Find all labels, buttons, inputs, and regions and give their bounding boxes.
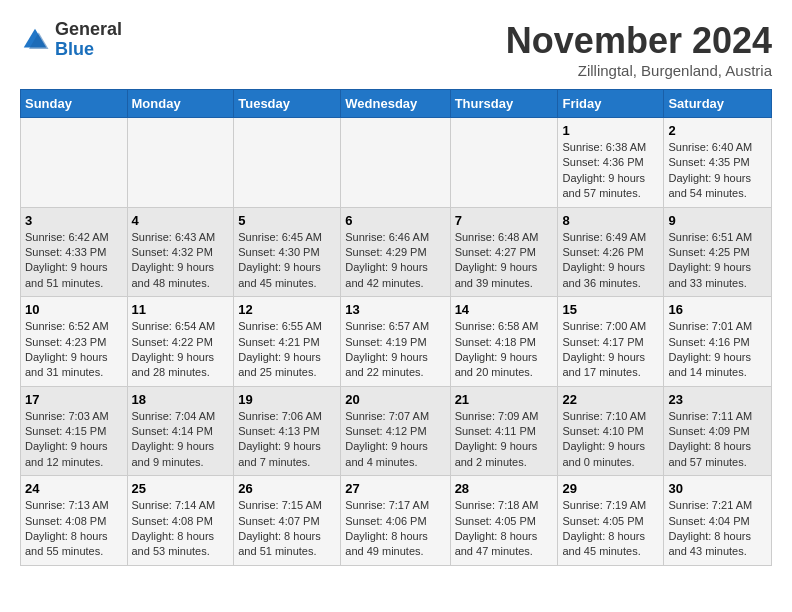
day-number: 16 [668,302,767,317]
day-number: 24 [25,481,123,496]
calendar-cell: 9Sunrise: 6:51 AM Sunset: 4:25 PM Daylig… [664,207,772,297]
column-header-sunday: Sunday [21,90,128,118]
calendar-cell: 2Sunrise: 6:40 AM Sunset: 4:35 PM Daylig… [664,118,772,208]
title-area: November 2024 Zillingtal, Burgenland, Au… [506,20,772,79]
calendar-cell: 7Sunrise: 6:48 AM Sunset: 4:27 PM Daylig… [450,207,558,297]
day-number: 19 [238,392,336,407]
day-number: 28 [455,481,554,496]
day-info: Sunrise: 6:51 AM Sunset: 4:25 PM Dayligh… [668,230,767,292]
calendar-cell: 17Sunrise: 7:03 AM Sunset: 4:15 PM Dayli… [21,386,128,476]
day-number: 26 [238,481,336,496]
day-number: 20 [345,392,445,407]
calendar-cell: 12Sunrise: 6:55 AM Sunset: 4:21 PM Dayli… [234,297,341,387]
day-info: Sunrise: 6:57 AM Sunset: 4:19 PM Dayligh… [345,319,445,381]
day-number: 25 [132,481,230,496]
day-number: 17 [25,392,123,407]
day-info: Sunrise: 7:21 AM Sunset: 4:04 PM Dayligh… [668,498,767,560]
calendar-cell [341,118,450,208]
calendar-table: SundayMondayTuesdayWednesdayThursdayFrid… [20,89,772,566]
day-number: 18 [132,392,230,407]
column-header-friday: Friday [558,90,664,118]
calendar-cell: 29Sunrise: 7:19 AM Sunset: 4:05 PM Dayli… [558,476,664,566]
day-info: Sunrise: 6:49 AM Sunset: 4:26 PM Dayligh… [562,230,659,292]
calendar-week-row: 24Sunrise: 7:13 AM Sunset: 4:08 PM Dayli… [21,476,772,566]
calendar-cell: 8Sunrise: 6:49 AM Sunset: 4:26 PM Daylig… [558,207,664,297]
day-info: Sunrise: 7:11 AM Sunset: 4:09 PM Dayligh… [668,409,767,471]
calendar-week-row: 17Sunrise: 7:03 AM Sunset: 4:15 PM Dayli… [21,386,772,476]
day-info: Sunrise: 6:38 AM Sunset: 4:36 PM Dayligh… [562,140,659,202]
calendar-cell: 24Sunrise: 7:13 AM Sunset: 4:08 PM Dayli… [21,476,128,566]
column-header-wednesday: Wednesday [341,90,450,118]
column-header-tuesday: Tuesday [234,90,341,118]
day-number: 12 [238,302,336,317]
calendar-cell [450,118,558,208]
calendar-cell: 30Sunrise: 7:21 AM Sunset: 4:04 PM Dayli… [664,476,772,566]
calendar-cell: 4Sunrise: 6:43 AM Sunset: 4:32 PM Daylig… [127,207,234,297]
day-info: Sunrise: 7:04 AM Sunset: 4:14 PM Dayligh… [132,409,230,471]
location: Zillingtal, Burgenland, Austria [506,62,772,79]
day-info: Sunrise: 7:00 AM Sunset: 4:17 PM Dayligh… [562,319,659,381]
day-number: 9 [668,213,767,228]
calendar-cell: 15Sunrise: 7:00 AM Sunset: 4:17 PM Dayli… [558,297,664,387]
calendar-cell: 16Sunrise: 7:01 AM Sunset: 4:16 PM Dayli… [664,297,772,387]
day-number: 4 [132,213,230,228]
calendar-week-row: 10Sunrise: 6:52 AM Sunset: 4:23 PM Dayli… [21,297,772,387]
calendar-week-row: 1Sunrise: 6:38 AM Sunset: 4:36 PM Daylig… [21,118,772,208]
day-info: Sunrise: 6:55 AM Sunset: 4:21 PM Dayligh… [238,319,336,381]
header: General Blue November 2024 Zillingtal, B… [20,20,772,79]
calendar-cell: 22Sunrise: 7:10 AM Sunset: 4:10 PM Dayli… [558,386,664,476]
day-info: Sunrise: 7:17 AM Sunset: 4:06 PM Dayligh… [345,498,445,560]
day-number: 11 [132,302,230,317]
calendar-week-row: 3Sunrise: 6:42 AM Sunset: 4:33 PM Daylig… [21,207,772,297]
day-info: Sunrise: 7:09 AM Sunset: 4:11 PM Dayligh… [455,409,554,471]
day-info: Sunrise: 6:42 AM Sunset: 4:33 PM Dayligh… [25,230,123,292]
calendar-cell: 1Sunrise: 6:38 AM Sunset: 4:36 PM Daylig… [558,118,664,208]
day-info: Sunrise: 7:01 AM Sunset: 4:16 PM Dayligh… [668,319,767,381]
day-info: Sunrise: 7:15 AM Sunset: 4:07 PM Dayligh… [238,498,336,560]
day-info: Sunrise: 6:54 AM Sunset: 4:22 PM Dayligh… [132,319,230,381]
calendar-cell: 6Sunrise: 6:46 AM Sunset: 4:29 PM Daylig… [341,207,450,297]
day-info: Sunrise: 6:40 AM Sunset: 4:35 PM Dayligh… [668,140,767,202]
day-info: Sunrise: 6:45 AM Sunset: 4:30 PM Dayligh… [238,230,336,292]
column-header-monday: Monday [127,90,234,118]
day-number: 23 [668,392,767,407]
day-number: 27 [345,481,445,496]
day-number: 22 [562,392,659,407]
calendar-cell [127,118,234,208]
calendar-cell [21,118,128,208]
calendar-cell: 25Sunrise: 7:14 AM Sunset: 4:08 PM Dayli… [127,476,234,566]
day-number: 8 [562,213,659,228]
day-info: Sunrise: 7:06 AM Sunset: 4:13 PM Dayligh… [238,409,336,471]
calendar-cell: 3Sunrise: 6:42 AM Sunset: 4:33 PM Daylig… [21,207,128,297]
calendar-cell: 19Sunrise: 7:06 AM Sunset: 4:13 PM Dayli… [234,386,341,476]
day-info: Sunrise: 6:43 AM Sunset: 4:32 PM Dayligh… [132,230,230,292]
day-number: 1 [562,123,659,138]
day-number: 14 [455,302,554,317]
calendar-cell: 5Sunrise: 6:45 AM Sunset: 4:30 PM Daylig… [234,207,341,297]
day-number: 15 [562,302,659,317]
logo: General Blue [20,20,122,60]
calendar-cell: 26Sunrise: 7:15 AM Sunset: 4:07 PM Dayli… [234,476,341,566]
day-info: Sunrise: 7:07 AM Sunset: 4:12 PM Dayligh… [345,409,445,471]
day-info: Sunrise: 7:19 AM Sunset: 4:05 PM Dayligh… [562,498,659,560]
day-info: Sunrise: 7:14 AM Sunset: 4:08 PM Dayligh… [132,498,230,560]
day-info: Sunrise: 6:48 AM Sunset: 4:27 PM Dayligh… [455,230,554,292]
day-number: 5 [238,213,336,228]
day-number: 3 [25,213,123,228]
calendar-cell: 10Sunrise: 6:52 AM Sunset: 4:23 PM Dayli… [21,297,128,387]
day-number: 13 [345,302,445,317]
day-number: 29 [562,481,659,496]
month-title: November 2024 [506,20,772,62]
calendar-cell: 28Sunrise: 7:18 AM Sunset: 4:05 PM Dayli… [450,476,558,566]
day-info: Sunrise: 7:10 AM Sunset: 4:10 PM Dayligh… [562,409,659,471]
day-info: Sunrise: 7:03 AM Sunset: 4:15 PM Dayligh… [25,409,123,471]
day-number: 2 [668,123,767,138]
column-header-saturday: Saturday [664,90,772,118]
calendar-cell: 20Sunrise: 7:07 AM Sunset: 4:12 PM Dayli… [341,386,450,476]
calendar-cell [234,118,341,208]
calendar-cell: 13Sunrise: 6:57 AM Sunset: 4:19 PM Dayli… [341,297,450,387]
calendar-cell: 14Sunrise: 6:58 AM Sunset: 4:18 PM Dayli… [450,297,558,387]
day-info: Sunrise: 6:46 AM Sunset: 4:29 PM Dayligh… [345,230,445,292]
logo-blue-text: Blue [55,40,122,60]
calendar-cell: 21Sunrise: 7:09 AM Sunset: 4:11 PM Dayli… [450,386,558,476]
